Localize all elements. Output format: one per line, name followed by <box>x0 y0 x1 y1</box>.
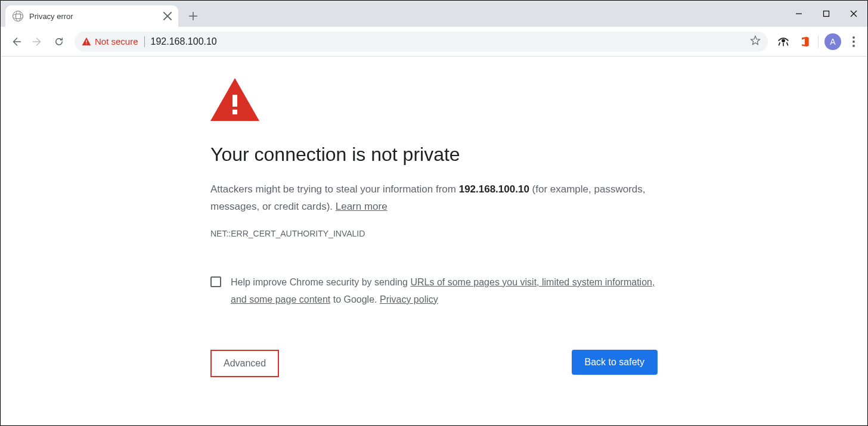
hostname: 192.168.100.10 <box>459 184 529 195</box>
divider <box>144 36 145 47</box>
action-row: Advanced Back to safety <box>210 350 658 377</box>
warning-triangle-icon <box>82 37 91 46</box>
globe-icon <box>13 11 23 21</box>
svg-point-6 <box>852 45 855 47</box>
svg-rect-8 <box>232 110 237 114</box>
svg-rect-0 <box>824 11 829 17</box>
back-button[interactable] <box>5 31 27 52</box>
url-text: 192.168.100.10 <box>151 36 750 47</box>
window-controls <box>785 1 867 27</box>
extension-eye-icon[interactable] <box>773 31 794 52</box>
ssl-interstitial: Your connection is not private Attackers… <box>210 78 658 425</box>
error-code: NET::ERR_CERT_AUTHORITY_INVALID <box>210 229 658 238</box>
optin-checkbox[interactable] <box>210 276 221 287</box>
optin-text: Help improve Chrome security by sending … <box>231 274 658 309</box>
reload-button[interactable] <box>48 31 70 52</box>
security-label: Not secure <box>95 36 138 46</box>
browser-toolbar: Not secure 192.168.100.10 A <box>1 27 867 57</box>
profile-initial: A <box>830 37 835 46</box>
bookmark-star-icon[interactable] <box>750 35 761 48</box>
browser-menu-button[interactable] <box>845 31 863 52</box>
browser-tab[interactable]: Privacy error <box>5 5 178 27</box>
minimize-button[interactable] <box>785 1 813 27</box>
extension-office-icon[interactable] <box>794 31 816 52</box>
warning-paragraph: Attackers might be trying to steal your … <box>210 181 658 216</box>
page-content: Your connection is not private Attackers… <box>1 57 867 425</box>
separator <box>818 35 819 48</box>
warning-triangle-icon <box>210 78 658 123</box>
optin-prefix: Help improve Chrome security by sending <box>231 277 410 287</box>
svg-point-3 <box>782 39 785 42</box>
advanced-button[interactable]: Advanced <box>210 350 279 377</box>
svg-rect-7 <box>232 95 237 107</box>
security-indicator[interactable]: Not secure <box>82 36 138 46</box>
body-prefix: Attackers might be trying to steal your … <box>210 184 459 195</box>
svg-point-5 <box>852 41 855 43</box>
profile-avatar[interactable]: A <box>824 33 841 50</box>
svg-point-4 <box>852 36 855 39</box>
new-tab-button[interactable] <box>184 7 202 25</box>
tab-strip: Privacy error <box>1 1 867 27</box>
svg-rect-2 <box>86 43 86 44</box>
close-window-button[interactable] <box>840 1 867 27</box>
forward-button[interactable] <box>27 31 48 52</box>
close-tab-icon[interactable] <box>163 11 172 21</box>
svg-rect-1 <box>86 41 86 43</box>
address-bar[interactable]: Not secure 192.168.100.10 <box>75 32 768 52</box>
page-title: Your connection is not private <box>210 144 658 166</box>
privacy-policy-link[interactable]: Privacy policy <box>380 294 438 304</box>
learn-more-link[interactable]: Learn more <box>336 201 388 212</box>
tab-title: Privacy error <box>29 12 163 21</box>
back-to-safety-button[interactable]: Back to safety <box>572 350 658 375</box>
maximize-button[interactable] <box>813 1 840 27</box>
optin-mid: to Google. <box>330 294 380 304</box>
optin-row: Help improve Chrome security by sending … <box>210 274 658 309</box>
